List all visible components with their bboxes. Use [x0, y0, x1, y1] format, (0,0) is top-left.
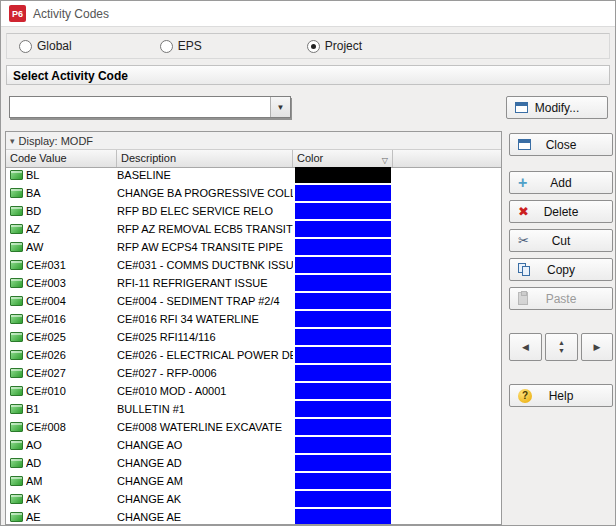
row-description: CE#027 - RFP-0006 [117, 367, 293, 379]
activity-codes-table: ▾ Display: MODF Code Value Description C… [5, 131, 502, 525]
table-row[interactable]: CE#010 CE#010 MOD - A0001 [6, 382, 501, 400]
table-row[interactable]: CE#025 CE#025 RFI114/116 [6, 328, 501, 346]
help-icon: ? [518, 389, 532, 403]
move-right-button[interactable]: ▶ [581, 333, 613, 361]
activity-code-icon [6, 512, 26, 522]
add-button-label: Add [550, 176, 571, 190]
radio-eps[interactable]: EPS [160, 39, 202, 53]
window-title: Activity Codes [33, 7, 109, 21]
row-code-value: AO [26, 439, 117, 451]
table-row[interactable]: AD CHANGE AD [6, 454, 501, 472]
table-row[interactable]: AW RFP AW ECPS4 TRANSITE PIPE [6, 238, 501, 256]
activity-code-icon [6, 296, 26, 306]
activity-code-icon [6, 476, 26, 486]
row-color-cell [293, 166, 393, 184]
row-description: CHANGE BA PROGRESSIVE COLLA [117, 187, 293, 199]
activity-code-icon [6, 350, 26, 360]
copy-button[interactable]: Copy [509, 258, 613, 281]
cut-button[interactable]: ✂ Cut [509, 229, 613, 252]
row-description: CE#031 - COMMS DUCTBNK ISSUE [117, 259, 293, 271]
section-title: Select Activity Code [6, 65, 610, 85]
radio-project-label: Project [325, 39, 362, 53]
radio-project-circle [307, 40, 320, 53]
table-row[interactable]: AZ RFP AZ REMOVAL ECB5 TRANSITE [6, 220, 501, 238]
color-swatch [295, 347, 391, 363]
table-row[interactable]: CE#004 CE#004 - SEDIMENT TRAP #2/4 [6, 292, 501, 310]
delete-button-label: Delete [544, 205, 579, 219]
table-row[interactable]: CE#003 RFI-11 REFRIGERANT ISSUE [6, 274, 501, 292]
column-header-color[interactable]: Color ▽ [293, 150, 393, 167]
table-row[interactable]: AK CHANGE AK [6, 490, 501, 508]
column-header-code-value[interactable]: Code Value [6, 150, 117, 167]
color-swatch [295, 329, 391, 345]
table-row[interactable]: CE#027 CE#027 - RFP-0006 [6, 364, 501, 382]
row-code-value: CE#026 [26, 349, 117, 361]
row-color-cell [293, 202, 393, 220]
table-row[interactable]: BA CHANGE BA PROGRESSIVE COLLA [6, 184, 501, 202]
activity-code-icon [6, 224, 26, 234]
row-code-value: CE#031 [26, 259, 117, 271]
color-swatch [295, 419, 391, 435]
table-row[interactable]: AM CHANGE AM [6, 472, 501, 490]
row-code-value: CE#027 [26, 367, 117, 379]
chevron-down-icon[interactable]: ▼ [270, 97, 290, 117]
row-color-cell [293, 310, 393, 328]
help-button[interactable]: ? Help [509, 384, 613, 407]
activity-code-icon [6, 260, 26, 270]
table-row[interactable]: BD RFP BD ELEC SERVICE RELO [6, 202, 501, 220]
row-description: BASELINE [117, 169, 293, 181]
move-up-down-button[interactable]: ▲ ▼ [545, 333, 578, 361]
color-swatch [295, 383, 391, 399]
add-button[interactable]: + Add [509, 171, 613, 194]
row-color-cell [293, 472, 393, 490]
row-description: CE#010 MOD - A0001 [117, 385, 293, 397]
column-header-filler [393, 150, 501, 167]
color-swatch [295, 257, 391, 273]
cut-button-label: Cut [552, 234, 571, 248]
table-row[interactable]: BL BASELINE [6, 166, 501, 184]
activity-code-icon [6, 368, 26, 378]
table-row[interactable]: AO CHANGE AO [6, 436, 501, 454]
color-swatch [295, 167, 391, 183]
color-swatch [295, 365, 391, 381]
copy-button-label: Copy [547, 263, 575, 277]
table-body: BL BASELINE BA CHANGE BA PROGRESSIVE COL… [6, 166, 501, 524]
table-row[interactable]: AE CHANGE AE [6, 508, 501, 524]
activity-code-dropdown[interactable]: ▼ [9, 96, 291, 118]
close-button[interactable]: Close [509, 133, 613, 156]
row-description: CHANGE AE [117, 511, 293, 523]
table-row[interactable]: CE#031 CE#031 - COMMS DUCTBNK ISSUE [6, 256, 501, 274]
move-left-button[interactable]: ◀ [509, 333, 542, 361]
radio-global-circle [19, 40, 32, 53]
table-row[interactable]: B1 BULLETIN #1 [6, 400, 501, 418]
column-header-description[interactable]: Description [117, 150, 293, 167]
row-code-value: BL [26, 169, 117, 181]
table-row[interactable]: CE#016 CE#016 RFI 34 WATERLINE [6, 310, 501, 328]
activity-code-icon [6, 332, 26, 342]
row-color-cell [293, 508, 393, 524]
row-code-value: CE#004 [26, 295, 117, 307]
modify-icon [515, 102, 528, 113]
title-bar: P6 Activity Codes [1, 1, 615, 27]
radio-global[interactable]: Global [19, 39, 72, 53]
row-color-cell [293, 454, 393, 472]
radio-project[interactable]: Project [307, 39, 362, 53]
activity-code-icon [6, 314, 26, 324]
row-color-cell [293, 490, 393, 508]
arrow-down-icon: ▼ [558, 347, 565, 355]
row-color-cell [293, 328, 393, 346]
activity-code-icon [6, 188, 26, 198]
paste-button: Paste [509, 287, 613, 310]
p6-logo-icon: P6 [9, 5, 26, 22]
table-row[interactable]: CE#008 CE#008 WATERLINE EXCAVATE [6, 418, 501, 436]
row-code-value: AE [26, 511, 117, 523]
display-options-bar[interactable]: ▾ Display: MODF [6, 132, 501, 150]
close-icon [518, 139, 531, 150]
radio-eps-circle [160, 40, 173, 53]
delete-button[interactable]: ✖ Delete [509, 200, 613, 223]
row-color-cell [293, 292, 393, 310]
modify-button[interactable]: Modify... [506, 96, 608, 119]
row-code-value: CE#016 [26, 313, 117, 325]
row-description: CE#025 RFI114/116 [117, 331, 293, 343]
table-row[interactable]: CE#026 CE#026 - ELECTRICAL POWER DEEN [6, 346, 501, 364]
